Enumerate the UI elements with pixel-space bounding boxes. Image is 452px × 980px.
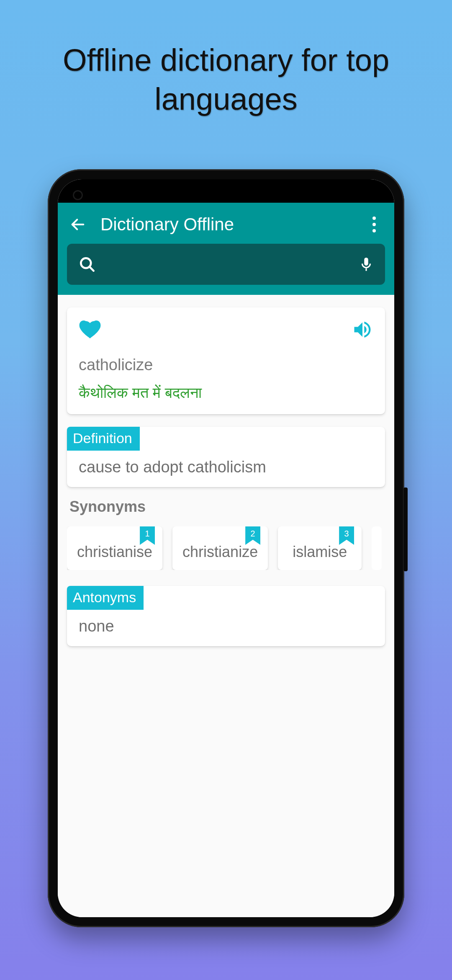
bookmark-icon: 3 [339, 526, 354, 545]
bookmark-icon: 1 [140, 526, 155, 545]
pronounce-button[interactable] [352, 319, 373, 340]
search-input[interactable] [104, 256, 358, 273]
synonym-chip[interactable]: 2 christianize [172, 526, 268, 570]
arrow-left-icon [69, 216, 86, 233]
status-bar [58, 179, 394, 203]
synonym-word: islamise [293, 543, 347, 560]
speaker-icon [352, 319, 373, 340]
synonym-chip[interactable] [372, 526, 382, 570]
app-bar: Dictionary Offline [58, 203, 394, 295]
synonyms-heading: Synonyms [69, 498, 384, 516]
antonyms-card: Antonyms none [67, 586, 385, 646]
definition-text: cause to adopt catholicism [67, 451, 385, 476]
bookmark-icon: 2 [245, 526, 260, 545]
synonym-word: christianise [77, 543, 152, 560]
word-translation: कैथोलिक मत में बदलना [79, 384, 373, 402]
phone-screen: Dictionary Offline [58, 179, 394, 917]
antonyms-text: none [67, 610, 385, 635]
mic-icon [358, 256, 374, 272]
back-button[interactable] [67, 214, 89, 235]
search-icon [78, 255, 96, 273]
phone-frame: Dictionary Offline [48, 169, 404, 927]
svg-line-2 [90, 267, 94, 271]
synonyms-row[interactable]: 1 christianise 2 christianize 3 islamise [67, 526, 385, 570]
more-vert-icon [372, 217, 376, 232]
app-title: Dictionary Offline [100, 214, 363, 235]
content-area: catholicize कैथोलिक मत में बदलना Definit… [58, 295, 394, 917]
mic-button[interactable] [358, 256, 374, 272]
svg-rect-3 [365, 268, 367, 271]
synonym-chip[interactable]: 3 islamise [278, 526, 362, 570]
word-card: catholicize कैथोलिक मत में बदलना [67, 307, 385, 414]
antonyms-label: Antonyms [67, 586, 144, 610]
heart-icon [79, 318, 101, 341]
synonym-word: christianize [182, 543, 258, 560]
promo-headline: Offline dictionary for toplanguages [0, 41, 452, 119]
favorite-button[interactable] [79, 318, 101, 341]
definition-card: Definition cause to adopt catholicism [67, 427, 385, 487]
search-bar[interactable] [67, 244, 385, 285]
definition-label: Definition [67, 427, 140, 451]
word-english: catholicize [79, 356, 373, 374]
overflow-menu-button[interactable] [363, 214, 385, 235]
synonym-chip[interactable]: 1 christianise [67, 526, 162, 570]
